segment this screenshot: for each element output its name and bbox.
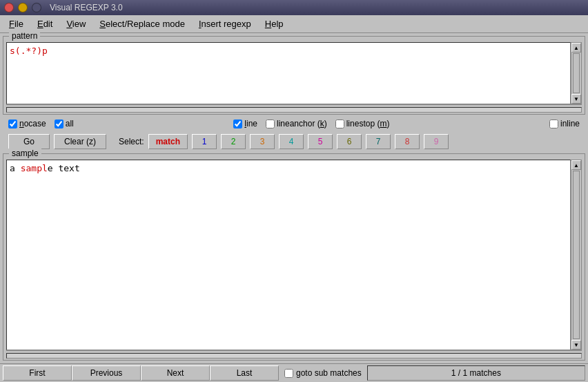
menu-view[interactable]: View	[60, 17, 92, 31]
sample-text-before: a	[10, 163, 21, 173]
sample-text-after: e text	[48, 163, 80, 173]
first-button[interactable]: First	[3, 365, 72, 381]
menu-file[interactable]: File	[3, 17, 30, 31]
menu-select-replace[interactable]: Select/Replace mode	[93, 17, 191, 31]
pattern-hscroll-track	[6, 107, 582, 113]
previous-button[interactable]: Previous	[72, 365, 141, 381]
pattern-vscrollbar[interactable]: ▲ ▼	[571, 42, 582, 104]
nocase-label: nocase	[19, 119, 46, 128]
goto-checkbox[interactable]	[284, 369, 293, 378]
nocase-checkbox[interactable]	[8, 120, 17, 128]
pattern-fieldset: pattern s(.*?)p ▲ ▼	[3, 36, 585, 115]
sample-legend: sample	[9, 149, 41, 158]
select-5-button[interactable]: 5	[308, 134, 333, 149]
menu-help[interactable]: Help	[259, 17, 290, 31]
inline-option[interactable]: inline	[549, 119, 580, 128]
nocase-option[interactable]: nocase	[8, 119, 46, 128]
pattern-scroll-down[interactable]: ▼	[571, 94, 581, 104]
sample-display[interactable]: a sample text	[6, 160, 571, 350]
line-option[interactable]: line	[233, 119, 257, 128]
minimize-button[interactable]	[18, 3, 28, 12]
menu-insert-regexp[interactable]: Insert regexp	[193, 17, 257, 31]
pattern-hscrollbar[interactable]	[6, 104, 582, 114]
goto-label: goto sub matches	[296, 368, 362, 378]
select-2-button[interactable]: 2	[221, 134, 246, 149]
goto-option[interactable]: goto sub matches	[284, 368, 362, 378]
all-label: all	[66, 119, 74, 128]
inline-checkbox[interactable]	[549, 120, 558, 128]
select-label: Select:	[119, 137, 144, 146]
lineanchor-option[interactable]: lineanchor (k)	[266, 119, 327, 128]
all-checkbox[interactable]	[55, 120, 63, 128]
line-checkbox[interactable]	[233, 120, 242, 128]
sample-hscrollbar[interactable]	[6, 350, 582, 360]
main-content: pattern s(.*?)p ▲ ▼ nocase all	[0, 33, 588, 363]
menubar: File Edit View Select/Replace mode Inser…	[0, 15, 588, 33]
pattern-legend: pattern	[9, 31, 40, 41]
select-6-button[interactable]: 6	[337, 134, 362, 149]
sample-text-matched: sampl	[21, 163, 48, 173]
select-1-button[interactable]: 1	[192, 134, 217, 149]
select-9-button[interactable]: 9	[424, 134, 449, 149]
select-3-button[interactable]: 3	[250, 134, 275, 149]
pattern-input[interactable]: s(.*?)p	[6, 42, 571, 104]
all-option[interactable]: all	[55, 119, 74, 128]
lineanchor-checkbox[interactable]	[266, 120, 275, 128]
sample-scroll-down[interactable]: ▼	[571, 340, 581, 350]
select-7-button[interactable]: 7	[366, 134, 391, 149]
sample-vscrollbar[interactable]: ▲ ▼	[571, 160, 582, 350]
options-row: nocase all line lineanchor (k) linestop …	[3, 117, 585, 130]
close-button[interactable]	[4, 3, 14, 12]
line-label: line	[244, 119, 257, 128]
clear-button[interactable]: Clear (z)	[54, 134, 106, 149]
titlebar: Visual REGEXP 3.0	[0, 0, 588, 15]
inline-label: inline	[560, 119, 580, 128]
sample-scroll-up[interactable]: ▲	[571, 160, 581, 170]
navbar: First Previous Next Last goto sub matche…	[0, 363, 588, 382]
sample-scroll-thumb[interactable]	[573, 171, 580, 339]
linestop-label: linestop (m)	[346, 119, 390, 128]
pattern-scroll-up[interactable]: ▲	[571, 43, 581, 52]
select-4-button[interactable]: 4	[279, 134, 304, 149]
next-button[interactable]: Next	[141, 365, 210, 381]
lineanchor-label: lineanchor (k)	[277, 119, 327, 128]
button-row: Go Clear (z) Select: match 1 2 3 4 5 6 7…	[3, 133, 585, 151]
linestop-checkbox[interactable]	[335, 120, 344, 128]
window-title: Visual REGEXP 3.0	[50, 3, 123, 12]
match-count: 1 / 1 matches	[367, 365, 585, 381]
go-button[interactable]: Go	[8, 134, 50, 149]
pattern-scroll-thumb[interactable]	[573, 53, 580, 93]
last-button[interactable]: Last	[210, 365, 279, 381]
sample-hscroll-track	[6, 353, 582, 359]
select-8-button[interactable]: 8	[395, 134, 420, 149]
sample-fieldset: sample a sample text ▲ ▼	[3, 153, 585, 361]
select-match-button[interactable]: match	[148, 134, 188, 149]
menu-edit[interactable]: Edit	[31, 17, 59, 31]
linestop-option[interactable]: linestop (m)	[335, 119, 390, 128]
maximize-button[interactable]	[32, 3, 41, 12]
